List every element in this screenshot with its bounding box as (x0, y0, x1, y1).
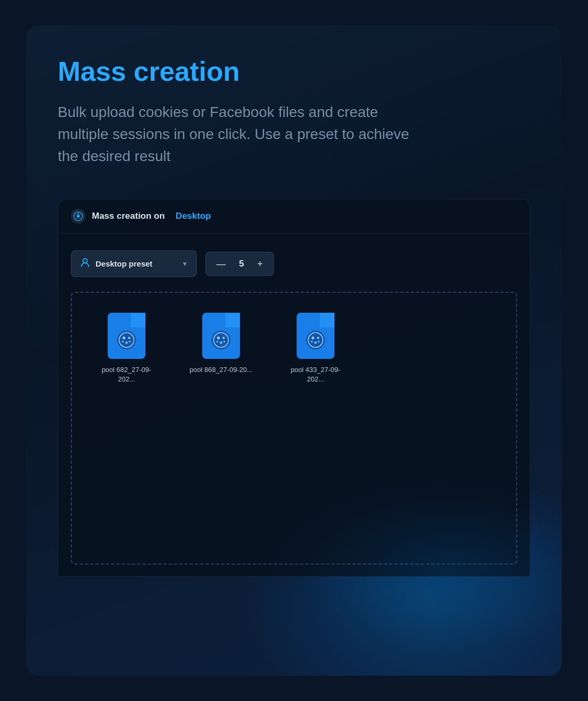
window-titlebar: Mass creation on Desktop (58, 199, 530, 233)
titlebar-label: Mass creation on Desktop (92, 211, 211, 221)
titlebar-static-text: Mass creation on (92, 211, 165, 221)
svg-point-25 (311, 337, 314, 339)
app-logo (71, 209, 86, 224)
controls-row: Desktop preset ▼ — 5 + (71, 250, 517, 277)
svg-point-27 (314, 342, 317, 344)
svg-point-5 (117, 331, 136, 349)
files-grid: pool 682_27-09-202... (85, 307, 503, 389)
svg-point-26 (317, 337, 319, 339)
svg-point-29 (318, 341, 319, 343)
svg-point-20 (223, 341, 225, 343)
file-icon-3 (297, 313, 334, 359)
file-drop-zone[interactable]: pool 682_27-09-202... (71, 292, 517, 565)
file-name-1: pool 682_27-09-202... (95, 365, 158, 384)
svg-rect-22 (320, 313, 334, 327)
person-icon (80, 257, 90, 270)
svg-point-8 (128, 337, 130, 339)
file-name-3: pool 433_27-09-202... (284, 365, 347, 384)
counter-value: 5 (236, 259, 247, 269)
list-item[interactable]: pool 433_27-09-202... (284, 313, 347, 384)
file-name-2: pool 868_27-09-20... (190, 365, 253, 375)
svg-point-18 (220, 342, 222, 344)
counter-control: — 5 + (205, 252, 274, 276)
svg-point-9 (125, 342, 128, 344)
main-card: Mass creation Bulk upload cookies or Fac… (26, 25, 562, 676)
svg-point-14 (212, 331, 230, 349)
list-item[interactable]: pool 682_27-09-202... (95, 313, 158, 384)
window-content: Desktop preset ▼ — 5 + (58, 233, 530, 565)
svg-point-16 (217, 337, 219, 339)
page-subtitle: Bulk upload cookies or Facebook files an… (58, 101, 425, 167)
svg-rect-13 (225, 313, 240, 327)
increment-button[interactable]: + (257, 259, 263, 269)
svg-rect-4 (131, 313, 145, 327)
decrement-button[interactable]: — (216, 259, 226, 269)
app-window: Mass creation on Desktop Desktop preset … (58, 199, 530, 577)
svg-point-23 (306, 331, 325, 349)
preset-label: Desktop preset (96, 259, 176, 268)
list-item[interactable]: pool 868_27-09-20... (190, 313, 253, 375)
preset-dropdown[interactable]: Desktop preset ▼ (71, 250, 197, 277)
svg-point-2 (83, 259, 87, 263)
svg-point-28 (311, 341, 312, 343)
svg-point-10 (122, 341, 124, 343)
chevron-down-icon: ▼ (182, 260, 188, 268)
svg-point-17 (223, 337, 225, 339)
svg-point-7 (123, 337, 125, 339)
file-icon-2 (202, 313, 240, 359)
svg-point-11 (129, 341, 131, 343)
svg-point-19 (216, 341, 218, 343)
file-icon-1 (108, 313, 145, 359)
titlebar-highlight-text: Desktop (176, 211, 211, 221)
page-title: Mass creation (58, 57, 530, 87)
